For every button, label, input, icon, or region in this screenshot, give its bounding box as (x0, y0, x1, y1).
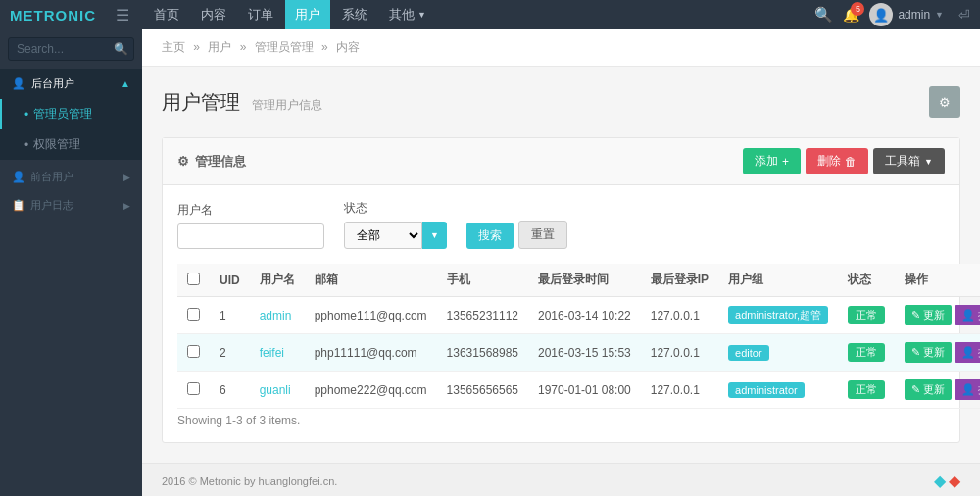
cell-actions: ✎ 更新 👤 授权 ✕ (895, 297, 980, 334)
delete-button[interactable]: 删除 🗑 (806, 148, 868, 174)
avatar: 👤 (869, 3, 893, 26)
nav-other[interactable]: 其他 ▼ (379, 0, 436, 29)
logout-icon[interactable]: ⏎ (958, 7, 970, 23)
log-icon: 📋 (12, 199, 25, 212)
nav-home[interactable]: 首页 (144, 0, 189, 29)
notification-bell-area[interactable]: 🔔 5 (843, 7, 859, 23)
nav-users[interactable]: 用户 (285, 0, 330, 29)
logs-chevron: ▶ (123, 201, 130, 211)
edit-button[interactable]: ✎ 更新 (905, 342, 952, 363)
select-all-checkbox[interactable] (187, 273, 200, 285)
user-avatar-area[interactable]: 👤 admin ▼ (869, 3, 944, 26)
status-filter-select[interactable]: 全部 正常 禁用 (344, 222, 422, 249)
page-title-row: 用户管理 管理用户信息 ⚙ (162, 86, 960, 118)
perm-button[interactable]: 👤 授权 (955, 305, 980, 325)
username-link[interactable]: guanli (260, 383, 291, 397)
add-button[interactable]: 添加 + (743, 148, 801, 174)
page-title: 用户管理 (162, 91, 240, 113)
username-filter-group: 用户名 (177, 202, 324, 249)
filter-actions: 搜索 重置 (466, 221, 567, 249)
page-title-area: 用户管理 管理用户信息 (162, 89, 322, 116)
dot-icon2: • (24, 138, 28, 152)
th-checkbox (177, 264, 210, 297)
group-badge: administrator (728, 382, 805, 398)
cell-group: editor (718, 334, 838, 372)
breadcrumb-home[interactable]: 主页 (162, 40, 185, 54)
sidebar-section-backend-header[interactable]: 👤 后台用户 ▲ (0, 69, 142, 99)
sidebar-search-area: 🔍 (0, 29, 142, 69)
username-filter-label: 用户名 (177, 202, 324, 219)
sidebar-item-permission-management[interactable]: • 权限管理 (0, 129, 142, 160)
sidebar-logs-label: 用户日志 (30, 198, 74, 213)
frontend-chevron: ▶ (123, 173, 130, 182)
group-badge: administrator,超管 (728, 306, 828, 324)
cell-checkbox (177, 297, 210, 334)
row-checkbox[interactable] (187, 382, 200, 395)
cell-last-login: 1970-01-01 08:00 (528, 372, 641, 409)
cell-email: php11111@qq.com (305, 334, 437, 372)
table-footer-info: Showing 1-3 of 3 items. (177, 409, 945, 427)
reset-button[interactable]: 重置 (518, 221, 567, 249)
status-filter-group: 状态 全部 正常 禁用 ▼ (344, 200, 447, 249)
notification-badge: 5 (851, 2, 864, 16)
status-badge: 正常 (848, 306, 885, 324)
sidebar-logs-header[interactable]: 📋 用户日志 ▶ (0, 188, 142, 217)
breadcrumb-admin[interactable]: 管理员管理 (255, 40, 314, 54)
th-phone: 手机 (437, 264, 528, 297)
nav-system[interactable]: 系统 (332, 0, 377, 29)
status-dropdown-btn[interactable]: ▼ (422, 222, 447, 249)
page-footer: 2016 © Metronic by huanglongfei.cn. ◆ ◆ (142, 463, 980, 496)
sidebar-frontend-header[interactable]: 👤 前台用户 ▶ (0, 160, 142, 188)
cell-group: administrator (718, 372, 838, 409)
username-link[interactable]: admin (260, 309, 292, 322)
cell-username: feifei (250, 334, 305, 372)
th-last-ip: 最后登录IP (641, 264, 718, 297)
users-table: UID 用户名 邮箱 手机 最后登录时间 最后登录IP 用户组 状态 操作 (177, 264, 980, 409)
footer-icons: ◆ ◆ (934, 471, 960, 490)
row-checkbox[interactable] (187, 308, 200, 321)
th-uid: UID (210, 264, 250, 297)
hamburger-icon[interactable]: ☰ (116, 6, 129, 25)
cell-checkbox (177, 334, 210, 372)
table-wrap: UID 用户名 邮箱 手机 最后登录时间 最后登录IP 用户组 状态 操作 (163, 264, 959, 442)
action-buttons: ✎ 更新 👤 授权 ✕ (905, 305, 980, 325)
perm-button[interactable]: 👤 授权 (955, 342, 980, 363)
search-button[interactable]: 搜索 (466, 223, 514, 249)
content-area: 主页 » 用户 » 管理员管理 » 内容 用户管理 管理用户信息 ⚙ (142, 29, 980, 496)
th-email: 邮箱 (305, 264, 437, 297)
breadcrumb-users[interactable]: 用户 (208, 40, 231, 54)
tools-button[interactable]: 工具箱 ▼ (873, 148, 945, 174)
group-badge: editor (728, 345, 769, 361)
cell-username: admin (250, 297, 305, 334)
page-settings-button[interactable]: ⚙ (929, 86, 960, 118)
edit-button[interactable]: ✎ 更新 (905, 305, 952, 325)
section-header: ⚙ 管理信息 添加 + 删除 🗑 工具箱 (163, 138, 959, 185)
breadcrumb-current: 内容 (336, 40, 360, 54)
section-title: ⚙ 管理信息 (177, 153, 246, 171)
row-checkbox[interactable] (187, 345, 200, 358)
cell-last-login: 2016-03-15 15:53 (528, 334, 641, 372)
sidebar-search-icon: 🔍 (114, 42, 128, 56)
cell-phone: 13565231112 (437, 297, 528, 334)
sidebar-subsection-backend: • 管理员管理 • 权限管理 (0, 99, 142, 160)
perm-button[interactable]: 👤 授权 (955, 379, 980, 400)
th-group: 用户组 (718, 264, 838, 297)
sidebar-item-admin-management[interactable]: • 管理员管理 (0, 99, 142, 129)
cell-uid: 1 (210, 297, 250, 334)
nav-content[interactable]: 内容 (191, 0, 236, 29)
search-icon[interactable]: 🔍 (814, 6, 833, 24)
footer-icon2: ◆ (949, 471, 960, 490)
nav-orders[interactable]: 订单 (238, 0, 283, 29)
cell-status: 正常 (838, 372, 895, 409)
sidebar: 🔍 👤 后台用户 ▲ • 管理员管理 • 权限管理 (0, 29, 142, 496)
status-badge: 正常 (848, 380, 885, 399)
cell-actions: ✎ 更新 👤 授权 ✕ (895, 334, 980, 372)
cell-uid: 6 (210, 372, 250, 409)
cell-phone: 13631568985 (437, 334, 528, 372)
username-filter-input[interactable] (177, 223, 324, 249)
username-link[interactable]: feifei (260, 346, 284, 360)
edit-button[interactable]: ✎ 更新 (905, 379, 952, 400)
action-buttons: ✎ 更新 👤 授权 ✕ (905, 342, 980, 363)
cell-phone: 13565656565 (437, 372, 528, 409)
cell-last-ip: 127.0.0.1 (641, 297, 718, 334)
